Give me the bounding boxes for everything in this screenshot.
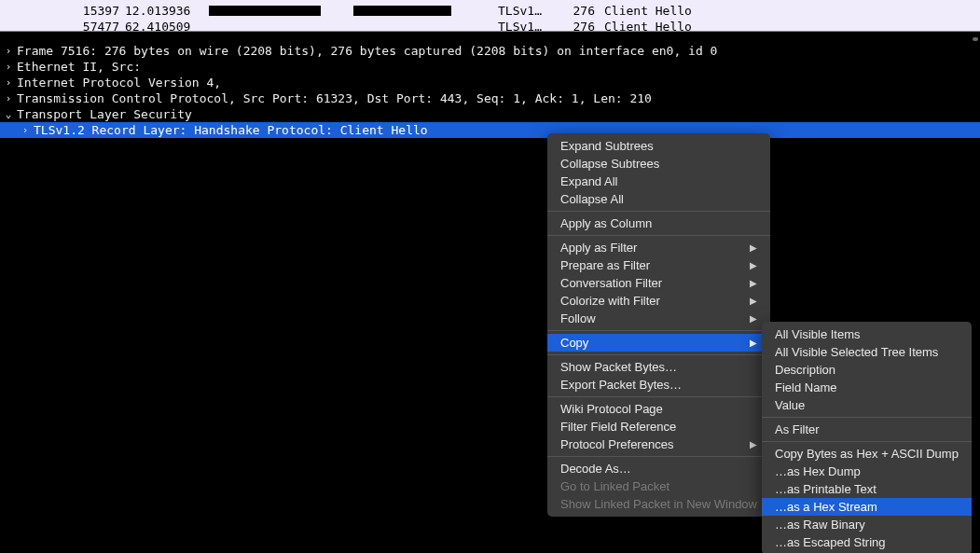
chevron-right-icon: › — [0, 75, 17, 90]
col-length: 276 — [563, 19, 595, 32]
menu-prepare-filter[interactable]: Prepare as Filter▶ — [547, 256, 770, 274]
menu-colorize-filter[interactable]: Colorize with Filter▶ — [547, 292, 770, 310]
packet-list-row[interactable]: 57477 62.410509 TLSv1… 276 Client Hello — [0, 19, 980, 32]
col-source — [203, 19, 348, 32]
submenu-arrow-icon: ▶ — [750, 240, 757, 256]
menu-linked-window: Show Linked Packet in New Window — [547, 495, 770, 513]
scrollbar-thumb[interactable] — [973, 37, 978, 41]
tree-label: Internet Protocol Version 4, — [17, 75, 228, 90]
submenu-arrow-icon: ▶ — [750, 275, 757, 291]
col-info: Client Hello — [595, 19, 692, 32]
menu-apply-filter[interactable]: Apply as Filter▶ — [547, 239, 770, 256]
submenu-arrow-icon: ▶ — [750, 311, 757, 326]
menu-wiki-page[interactable]: Wiki Protocol Page — [547, 400, 770, 418]
tree-item-ip[interactable]: › Internet Protocol Version 4, — [0, 75, 980, 90]
menu-apply-column[interactable]: Apply as Column — [547, 214, 770, 232]
col-source — [203, 3, 348, 19]
col-info: Client Hello — [595, 3, 692, 19]
submenu-escaped-string[interactable]: …as Escaped String — [762, 533, 972, 551]
menu-expand-subtrees[interactable]: Expand Subtrees — [547, 137, 770, 155]
context-menu: Expand Subtrees Collapse Subtrees Expand… — [547, 133, 770, 517]
submenu-description[interactable]: Description — [762, 361, 972, 379]
tree-item-frame[interactable]: › Frame 7516: 276 bytes on wire (2208 bi… — [0, 43, 980, 59]
col-number: 57477 — [71, 19, 119, 32]
menu-separator — [762, 417, 972, 418]
redacted-text — [228, 76, 508, 87]
col-destination — [348, 3, 492, 19]
submenu-arrow-icon: ▶ — [750, 257, 757, 273]
submenu-raw-binary[interactable]: …as Raw Binary — [762, 516, 972, 533]
menu-separator — [547, 235, 770, 236]
col-time: 12.013936 — [119, 3, 203, 19]
submenu-value[interactable]: Value — [762, 396, 972, 414]
submenu-arrow-icon: ▶ — [750, 293, 757, 309]
menu-copy[interactable]: Copy▶ — [547, 334, 770, 352]
submenu-all-visible[interactable]: All Visible Items — [762, 325, 972, 343]
menu-expand-all[interactable]: Expand All — [547, 173, 770, 190]
tree-label: TLSv1.2 Record Layer: Handshake Protocol… — [34, 122, 428, 138]
col-protocol: TLSv1… — [492, 19, 563, 32]
col-time: 62.410509 — [119, 19, 203, 32]
redacted-text — [148, 61, 577, 71]
submenu-field-name[interactable]: Field Name — [762, 379, 972, 396]
submenu-hex-stream[interactable]: …as a Hex Stream — [762, 498, 972, 516]
tree-label: Ethernet II, Src: — [17, 59, 148, 75]
packet-details-panel: › Frame 7516: 276 bytes on wire (2208 bi… — [0, 32, 980, 138]
menu-separator — [762, 441, 972, 442]
tree-item-tcp[interactable]: › Transmission Control Protocol, Src Por… — [0, 90, 980, 106]
menu-collapse-all[interactable]: Collapse All — [547, 190, 770, 208]
menu-separator — [547, 211, 770, 212]
tree-item-tls[interactable]: ⌄ Transport Layer Security — [0, 106, 980, 122]
copy-submenu: All Visible Items All Visible Selected T… — [762, 322, 972, 553]
packet-list-row[interactable]: 15397 12.013936 TLSv1… 276 Client Hello — [0, 3, 980, 19]
menu-filter-field-ref[interactable]: Filter Field Reference — [547, 418, 770, 435]
menu-separator — [547, 330, 770, 331]
menu-conversation-filter[interactable]: Conversation Filter▶ — [547, 274, 770, 292]
menu-decode-as[interactable]: Decode As… — [547, 460, 770, 477]
tree-label: Frame 7516: 276 bytes on wire (2208 bits… — [17, 43, 717, 59]
col-protocol: TLSv1… — [492, 3, 563, 19]
submenu-hex-ascii[interactable]: Copy Bytes as Hex + ASCII Dump — [762, 445, 972, 463]
col-number: 15397 — [71, 3, 119, 19]
chevron-down-icon: ⌄ — [0, 106, 17, 122]
chevron-right-icon: › — [0, 43, 17, 59]
menu-export-packet-bytes[interactable]: Export Packet Bytes… — [547, 376, 770, 394]
menu-show-packet-bytes[interactable]: Show Packet Bytes… — [547, 358, 770, 376]
submenu-printable[interactable]: …as Printable Text — [762, 480, 972, 498]
tree-label: Transmission Control Protocol, Src Port:… — [17, 90, 652, 106]
menu-linked-packet: Go to Linked Packet — [547, 477, 770, 495]
menu-follow[interactable]: Follow▶ — [547, 310, 770, 327]
menu-separator — [547, 354, 770, 355]
submenu-all-visible-selected[interactable]: All Visible Selected Tree Items — [762, 343, 972, 361]
tree-item-ethernet[interactable]: › Ethernet II, Src: — [0, 59, 980, 75]
col-destination — [348, 19, 492, 32]
menu-separator — [547, 456, 770, 457]
menu-protocol-prefs[interactable]: Protocol Preferences▶ — [547, 435, 770, 453]
packet-list-panel: 15397 12.013936 TLSv1… 276 Client Hello … — [0, 0, 980, 32]
submenu-arrow-icon: ▶ — [750, 436, 757, 452]
menu-separator — [547, 396, 770, 397]
submenu-arrow-icon: ▶ — [750, 335, 757, 351]
menu-collapse-subtrees[interactable]: Collapse Subtrees — [547, 155, 770, 173]
col-length: 276 — [563, 3, 595, 19]
tree-label: Transport Layer Security — [17, 106, 192, 122]
chevron-right-icon: › — [0, 90, 17, 106]
submenu-as-filter[interactable]: As Filter — [762, 421, 972, 438]
chevron-right-icon: › — [17, 122, 34, 138]
tree-item-tls-record[interactable]: › TLSv1.2 Record Layer: Handshake Protoc… — [0, 122, 980, 138]
submenu-hex-dump[interactable]: …as Hex Dump — [762, 463, 972, 480]
chevron-right-icon: › — [0, 59, 17, 75]
